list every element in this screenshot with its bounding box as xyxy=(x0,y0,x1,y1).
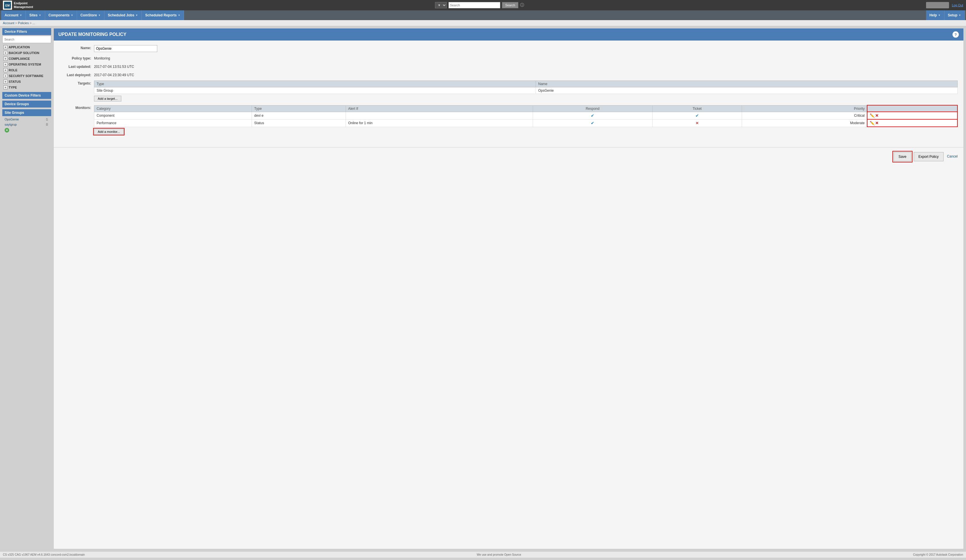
last-updated-value: 2017-07-04 13:51:53 UTC xyxy=(94,64,134,69)
device-groups-header[interactable]: Device Groups xyxy=(2,100,51,107)
name-label: Name: xyxy=(59,45,91,50)
edit-icon[interactable]: ✏️ xyxy=(870,113,875,118)
chevron-down-icon: ▼ xyxy=(938,14,941,17)
device-filters-header[interactable]: Device Filters xyxy=(2,28,51,35)
targets-table: Type Name Site Group OpsGenie xyxy=(94,80,958,94)
targets-section: Type Name Site Group OpsGenie Add a targ… xyxy=(94,80,958,102)
name-row: Name: xyxy=(59,45,958,52)
nav-item-account[interactable]: Account ▼ xyxy=(1,10,26,20)
monitors-col-category: Category xyxy=(94,105,252,112)
monitors-col-type: Type xyxy=(252,105,346,112)
action-icons: ✏️ ✕ xyxy=(870,113,955,118)
monitors-row: Monitors: Category Type Alert If Respond… xyxy=(59,105,958,135)
chevron-down-icon: ▼ xyxy=(98,14,100,17)
app-title: Endpoint Management xyxy=(14,2,33,9)
search-input[interactable] xyxy=(449,2,500,8)
chevron-down-icon: ▼ xyxy=(39,14,41,17)
filter-item-status[interactable]: + STATUS xyxy=(2,79,51,84)
monitor-ticket-1: ✔ xyxy=(652,112,742,119)
expand-icon: + xyxy=(3,45,8,49)
search-button[interactable]: Search xyxy=(502,2,518,8)
filter-search-input[interactable] xyxy=(2,36,51,43)
nav-item-components[interactable]: Components ▼ xyxy=(45,10,77,20)
nav-item-scheduled-jobs[interactable]: Scheduled Jobs ▼ xyxy=(104,10,142,20)
footer-buttons: Save Export Policy Cancel xyxy=(54,152,963,166)
targets-label: Targets: xyxy=(59,80,91,85)
nav-item-help[interactable]: Help ▼ xyxy=(926,10,945,20)
last-updated-label: Last updated: xyxy=(59,64,91,69)
filter-item-backup-solution[interactable]: + BACKUP SOLUTION xyxy=(2,50,51,56)
site-group-saytgrup[interactable]: saytgrup 0 xyxy=(2,122,51,127)
site-group-opsgenie[interactable]: OpsGenie 1 xyxy=(2,117,51,122)
logout-link[interactable]: Log Out xyxy=(952,3,963,7)
monitor-category-2: Performance xyxy=(94,119,252,127)
monitor-respond-2: ✔ xyxy=(533,119,652,127)
breadcrumb: Account > Policies > ... xyxy=(0,20,966,26)
filter-item-compliance[interactable]: + COMPLIANCE xyxy=(2,56,51,61)
x-icon: ✕ xyxy=(695,121,699,125)
breadcrumb-account[interactable]: Account xyxy=(3,21,15,25)
search-dropdown[interactable]: ▼ xyxy=(435,2,447,8)
last-updated-row: Last updated: 2017-07-04 13:51:53 UTC xyxy=(59,64,958,69)
logo-area: EM Endpoint Management xyxy=(3,1,33,10)
logo-icon: EM xyxy=(3,1,12,10)
site-group-count: 1 xyxy=(45,118,49,121)
custom-device-filters-header[interactable]: Custom Device Filters xyxy=(2,92,51,99)
user-area: Log Out xyxy=(926,2,963,8)
page-title: UPDATE MONITORING POLICY xyxy=(58,32,127,37)
filter-item-security-software[interactable]: + SECURITY SOFTWARE xyxy=(2,73,51,79)
add-monitor-button[interactable]: Add a monitor... xyxy=(94,129,123,135)
add-target-button[interactable]: Add a target... xyxy=(94,96,121,102)
filter-item-role[interactable]: + ROLE xyxy=(2,67,51,73)
monitor-priority-1: Critical xyxy=(742,112,867,119)
nav-item-setup[interactable]: Setup ▼ xyxy=(945,10,965,20)
delete-icon[interactable]: ✕ xyxy=(875,121,879,125)
delete-icon[interactable]: ✕ xyxy=(875,113,879,118)
content-divider xyxy=(54,147,963,148)
breadcrumb-current: ... xyxy=(33,21,35,25)
monitors-col-alert-if: Alert If xyxy=(346,105,533,112)
footer-center: We use and promote Open Source xyxy=(477,553,521,556)
expand-icon: + xyxy=(3,80,8,84)
monitors-col-actions xyxy=(867,105,958,112)
last-deployed-label: Last deployed: xyxy=(59,72,91,77)
name-input[interactable] xyxy=(94,45,157,52)
breadcrumb-policies[interactable]: Policies xyxy=(18,21,29,25)
save-button[interactable]: Save xyxy=(894,152,911,161)
targets-col-type: Type xyxy=(94,81,536,87)
help-circle-icon[interactable]: ? xyxy=(953,31,959,38)
action-icons: ✏️ ✕ xyxy=(870,121,955,125)
policy-type-row: Policy type: Monitoring xyxy=(59,56,958,61)
monitor-type-1: devi e xyxy=(252,112,346,119)
add-site-group-button[interactable]: + xyxy=(2,127,51,133)
footer-right: Copyright © 2017 Autotask Corporation xyxy=(913,553,963,556)
export-policy-button[interactable]: Export Policy xyxy=(914,152,944,161)
filter-item-operating-system[interactable]: + OPERATING SYSTEM xyxy=(2,61,51,67)
monitors-table: Category Type Alert If Respond Ticket Pr… xyxy=(94,105,958,127)
page-footer: CS v325 CAG v1967 AEM v4.6.1643 concord-… xyxy=(0,551,966,558)
site-groups-header: Site Groups xyxy=(2,109,51,116)
help-icon[interactable]: ⓘ xyxy=(520,3,524,8)
chevron-down-icon: ▼ xyxy=(135,14,138,17)
monitor-respond-1: ✔ xyxy=(533,112,652,119)
cancel-link[interactable]: Cancel xyxy=(946,152,959,161)
target-type: Site Group xyxy=(94,87,536,94)
filter-item-type[interactable]: + TYPE xyxy=(2,84,51,90)
filter-item-application[interactable]: + APPLICATION xyxy=(2,44,51,50)
table-row: Component devi e ✔ ✔ Critical ✏️ ✕ xyxy=(94,112,958,119)
monitor-alert-if-2: Online for 1 min xyxy=(346,119,533,127)
nav-item-scheduled-reports[interactable]: Scheduled Reports ▼ xyxy=(142,10,184,20)
targets-col-name: Name xyxy=(536,81,958,87)
targets-row: Targets: Type Name Site Group Op xyxy=(59,80,958,102)
edit-icon[interactable]: ✏️ xyxy=(870,121,875,125)
last-deployed-row: Last deployed: 2017-07-04 23:30:49 UTC xyxy=(59,72,958,77)
nav-item-sites[interactable]: Sites ▼ xyxy=(26,10,45,20)
expand-icon: + xyxy=(3,68,8,72)
monitors-col-priority: Priority xyxy=(742,105,867,112)
nav-item-comstore[interactable]: ComStore ▼ xyxy=(77,10,104,20)
monitor-priority-2: Moderate xyxy=(742,119,867,127)
filter-list: + APPLICATION + BACKUP SOLUTION + COMPLI… xyxy=(2,44,51,90)
policy-type-value: Monitoring xyxy=(94,56,110,61)
monitor-ticket-2: ✕ xyxy=(652,119,742,127)
chevron-down-icon: ▼ xyxy=(71,14,73,17)
